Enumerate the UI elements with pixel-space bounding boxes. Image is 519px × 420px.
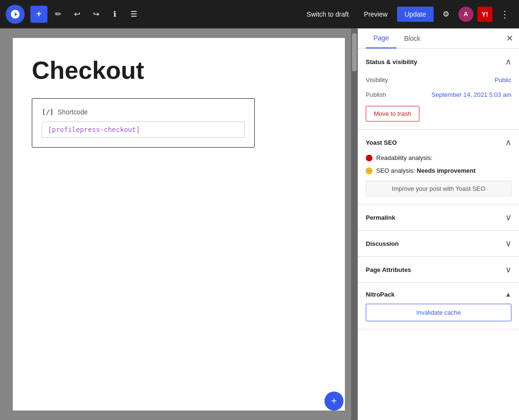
seo-row: 😕 SEO analysis: Needs improvement [366, 165, 511, 176]
seo-text: SEO analysis: Needs improvement [376, 167, 476, 174]
page-attributes-chevron-down-icon: ∨ [505, 264, 511, 275]
nitropack-header[interactable]: NitroPack ▲ [366, 290, 511, 298]
status-chevron-up-icon: ∧ [505, 56, 511, 67]
wp-logo-icon [10, 9, 20, 19]
readability-dot-icon [366, 155, 372, 161]
list-view-button[interactable]: ☰ [125, 6, 142, 23]
scrollbar-thumb [352, 33, 357, 71]
section-nitropack: NitroPack ▲ Invalidate cache [358, 283, 519, 329]
yoast-seo-title: Yoast SEO [366, 139, 397, 146]
nitropack-chevron-up-icon: ▲ [505, 290, 511, 298]
shortcode-label-text: Shortcode [57, 108, 88, 116]
shortcode-bracket-icon: [/] [42, 108, 54, 116]
fab-button[interactable]: + [324, 392, 343, 411]
page-content: Checkout [/] Shortcode [13, 38, 345, 411]
section-yoast-seo: Yoast SEO ∧ Readability analysis: 😕 SEO … [358, 130, 519, 205]
yoast-seo-content: Readability analysis: 😕 SEO analysis: Ne… [366, 152, 511, 196]
visibility-row: Visibility Public [366, 73, 511, 87]
section-discussion: Discussion ∨ [358, 231, 519, 257]
publish-label: Publish [366, 91, 386, 98]
discussion-chevron-down-icon: ∨ [505, 238, 511, 249]
publish-row: Publish September 14, 2021 5:03 am [366, 87, 511, 102]
more-options-button[interactable]: ⋮ [496, 7, 513, 22]
sidebar-tabs: Page Block ✕ [358, 28, 519, 49]
section-page-attributes: Page Attributes ∨ [358, 257, 519, 283]
readability-text: Readability analysis: [376, 154, 433, 161]
shortcode-label: [/] Shortcode [42, 108, 245, 116]
section-permalink: Permalink ∨ [358, 205, 519, 231]
permalink-chevron-down-icon: ∨ [505, 212, 511, 223]
wp-logo [6, 5, 25, 24]
page-attributes-header[interactable]: Page Attributes ∨ [366, 264, 511, 275]
page-title: Checkout [32, 57, 326, 84]
section-status-visibility: Status & visibility ∧ Visibility Public … [358, 49, 519, 130]
improve-yoast-button[interactable]: Improve your post with Yoast SEO [366, 181, 511, 196]
page-attributes-title: Page Attributes [366, 266, 411, 273]
yoast-chevron-up-icon: ∧ [505, 137, 511, 148]
status-visibility-header[interactable]: Status & visibility ∧ [366, 56, 511, 67]
sidebar: Page Block ✕ Status & visibility ∧ Visib… [358, 28, 519, 420]
toolbar: + ✏ ↩ ↪ ℹ ☰ Switch to draft Preview Upda… [0, 0, 519, 28]
redo-button[interactable]: ↪ [87, 6, 104, 23]
permalink-header[interactable]: Permalink ∨ [366, 212, 511, 223]
visibility-value[interactable]: Public [495, 76, 511, 84]
scrollbar-track[interactable] [351, 28, 358, 420]
main-area: Checkout [/] Shortcode + Page Block ✕ [0, 28, 519, 420]
nitropack-title: NitroPack [366, 291, 395, 298]
yoast-seo-header[interactable]: Yoast SEO ∧ [366, 137, 511, 148]
discussion-header[interactable]: Discussion ∨ [366, 238, 511, 249]
visibility-label: Visibility [366, 76, 388, 84]
permalink-title: Permalink [366, 214, 395, 221]
readability-row: Readability analysis: [366, 152, 511, 163]
tab-block[interactable]: Block [397, 28, 428, 48]
astra-icon: A [458, 7, 473, 22]
publish-date[interactable]: September 14, 2021 5:03 am [432, 91, 511, 98]
add-block-button[interactable]: + [30, 6, 47, 23]
editor-canvas: Checkout [/] Shortcode + [0, 28, 358, 420]
edit-icon-button[interactable]: ✏ [49, 6, 66, 23]
shortcode-block[interactable]: [/] Shortcode [32, 98, 255, 148]
yoast-button[interactable]: Y! [477, 7, 492, 22]
preview-button[interactable]: Preview [358, 8, 393, 21]
move-to-trash-button[interactable]: Move to trash [366, 106, 419, 121]
invalidate-cache-button[interactable]: Invalidate cache [366, 304, 511, 321]
update-button[interactable]: Update [397, 7, 434, 22]
discussion-title: Discussion [366, 240, 399, 247]
info-button[interactable]: ℹ [106, 6, 123, 23]
switch-to-draft-button[interactable]: Switch to draft [301, 8, 354, 21]
close-sidebar-button[interactable]: ✕ [506, 33, 513, 44]
tab-page[interactable]: Page [366, 28, 397, 48]
status-visibility-title: Status & visibility [366, 58, 417, 65]
status-visibility-content: Visibility Public Publish September 14, … [366, 73, 511, 121]
settings-button[interactable]: ⚙ [437, 6, 454, 23]
seo-status: Needs improvement [417, 167, 475, 174]
shortcode-input[interactable] [42, 121, 245, 138]
toolbar-right: Switch to draft Preview Update ⚙ A Y! ⋮ [301, 6, 513, 23]
undo-button[interactable]: ↩ [68, 6, 85, 23]
seo-dot-icon: 😕 [366, 168, 372, 174]
